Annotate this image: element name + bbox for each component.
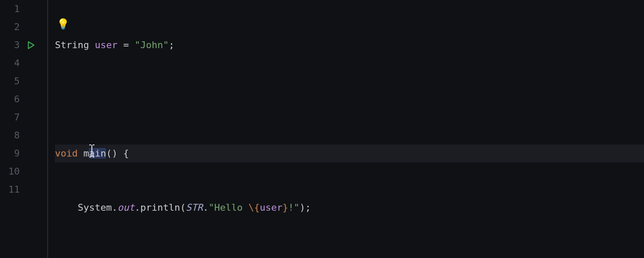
lightbulb-intention-icon[interactable]: 💡 (57, 19, 70, 29)
token-escape: } (283, 202, 288, 213)
editor-gutter: 1 2 3 4 5 6 7 8 9 10 11 (0, 0, 48, 258)
run-gutter-icon[interactable] (26, 40, 36, 50)
token-field: out (118, 202, 135, 213)
code-line[interactable]: String user = "John"; (55, 36, 644, 54)
token-operator: = (123, 40, 135, 50)
text-cursor-icon (89, 144, 95, 157)
code-line[interactable]: } (55, 253, 644, 258)
token-escape: \{ (248, 202, 260, 213)
token-punct: ); (300, 202, 311, 213)
token-punct: . (203, 202, 208, 213)
token-string: !" (288, 202, 300, 213)
line-number[interactable]: 4 (0, 54, 47, 72)
token-identifier: user (260, 202, 283, 213)
token-type: String (55, 40, 95, 50)
token-keyword: void (55, 148, 83, 159)
token-punct: ; (169, 40, 174, 50)
line-number[interactable]: 3 (0, 36, 47, 54)
line-number[interactable]: 10 (0, 163, 47, 181)
token-static: STR (186, 202, 203, 213)
code-line[interactable] (55, 90, 644, 108)
line-number[interactable]: 2 (0, 18, 47, 36)
line-number[interactable]: 6 (0, 90, 47, 108)
token-string: "John" (134, 40, 168, 50)
line-number[interactable]: 9 (0, 144, 47, 163)
code-line[interactable]: System.out.println(STR."Hello \{user}!")… (55, 199, 644, 217)
token-identifier: user (95, 40, 123, 50)
line-number[interactable]: 8 (0, 126, 47, 144)
token-plain: System. (55, 202, 118, 213)
token-method: m (83, 148, 89, 159)
line-number[interactable]: 11 (0, 181, 47, 199)
line-number[interactable]: 1 (0, 0, 47, 18)
code-line-active[interactable]: void main() { (55, 144, 644, 163)
line-number[interactable]: 5 (0, 72, 47, 90)
code-editor[interactable]: String user = "John"; void main() { Syst… (48, 0, 644, 258)
token-punct: () { (106, 148, 129, 159)
line-number[interactable]: 7 (0, 108, 47, 126)
token-string: "Hello (209, 202, 249, 213)
token-punct: } (55, 256, 61, 258)
token-plain: .println( (134, 202, 185, 213)
